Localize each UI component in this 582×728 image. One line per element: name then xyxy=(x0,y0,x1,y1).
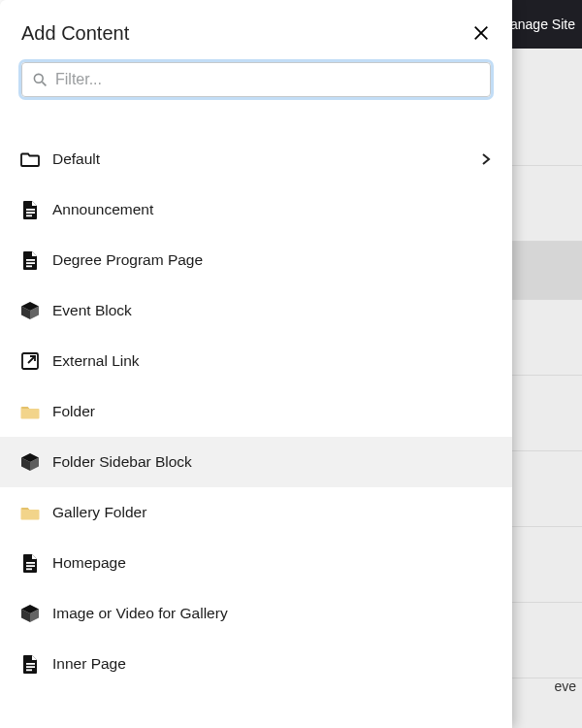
background-header: anage Site xyxy=(504,0,582,49)
list-item[interactable]: Folder xyxy=(0,386,512,437)
page-icon xyxy=(19,199,41,220)
list-item-label: Gallery Folder xyxy=(52,504,493,521)
close-button[interactable] xyxy=(469,21,493,45)
close-icon xyxy=(472,24,490,42)
folder-outline-icon xyxy=(19,149,41,170)
list-item[interactable]: Image or Video for Gallery xyxy=(0,588,512,639)
svg-point-2 xyxy=(34,74,43,83)
list-item-label: Homepage xyxy=(52,554,493,572)
filter-wrap xyxy=(0,62,512,107)
list-item[interactable]: Default xyxy=(0,134,512,184)
external-link-icon xyxy=(19,350,41,372)
add-content-panel: Add Content DefaultAnnouncementDegree Pr… xyxy=(0,0,512,728)
list-item[interactable]: Announcement xyxy=(0,184,512,235)
list-item-label: Event Block xyxy=(52,302,493,319)
filter-input[interactable] xyxy=(55,71,480,88)
list-item-label: Inner Page xyxy=(52,655,493,673)
list-item[interactable]: Inner Page xyxy=(0,639,512,689)
block-icon xyxy=(19,451,41,473)
list-item[interactable]: Event Block xyxy=(0,285,512,336)
list-item-label: Folder xyxy=(52,403,493,420)
panel-header: Add Content xyxy=(0,0,512,62)
list-item[interactable]: Folder Sidebar Block xyxy=(0,437,512,487)
chevron-right-icon xyxy=(479,152,493,166)
block-icon xyxy=(19,603,41,624)
list-item-label: Announcement xyxy=(52,201,493,218)
background-row-text: eve xyxy=(554,678,576,694)
folder-filled-icon xyxy=(19,401,41,422)
list-item-label: External Link xyxy=(52,352,493,370)
page-icon xyxy=(19,653,41,675)
panel-title: Add Content xyxy=(21,22,129,45)
page-icon xyxy=(19,552,41,574)
list-item-label: Folder Sidebar Block xyxy=(52,453,493,471)
filter-box[interactable] xyxy=(21,62,491,97)
list-item[interactable]: Gallery Folder xyxy=(0,487,512,538)
block-icon xyxy=(19,300,41,321)
folder-filled-icon xyxy=(19,502,41,523)
search-icon xyxy=(32,72,48,87)
list-item-label: Image or Video for Gallery xyxy=(52,605,493,622)
list-item[interactable]: Homepage xyxy=(0,538,512,588)
list-item[interactable]: External Link xyxy=(0,336,512,386)
background-rows: eve xyxy=(504,49,582,728)
svg-line-3 xyxy=(42,82,46,85)
content-list: DefaultAnnouncementDegree Program PageEv… xyxy=(0,134,512,728)
list-item-label: Degree Program Page xyxy=(52,251,493,269)
list-item-label: Default xyxy=(52,150,468,168)
page-icon xyxy=(19,249,41,271)
list-item[interactable]: Degree Program Page xyxy=(0,235,512,285)
background-header-text: anage Site xyxy=(510,17,575,32)
